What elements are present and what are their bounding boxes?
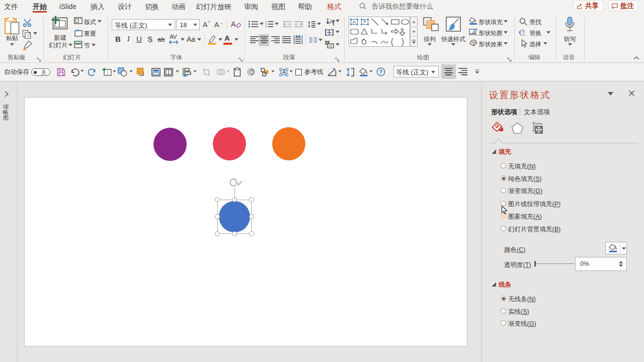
svg-text:c: c (523, 32, 525, 37)
svg-text:A: A (353, 19, 356, 25)
svg-text:A: A (362, 20, 368, 24)
svg-text:3: 3 (265, 26, 267, 28)
svg-text:?: ? (379, 69, 383, 75)
svg-text:A: A (330, 19, 334, 26)
svg-text:A: A (282, 69, 286, 75)
